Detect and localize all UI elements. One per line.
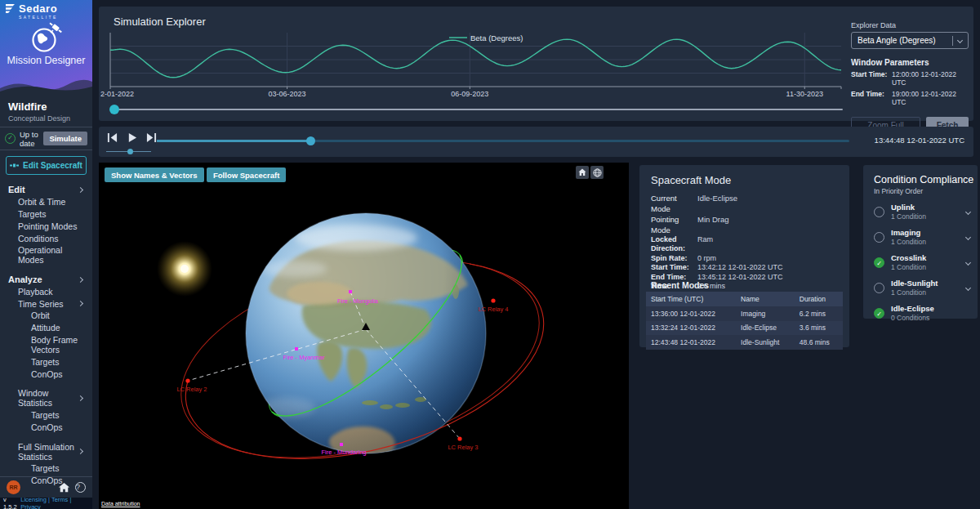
home-icon[interactable] — [59, 483, 69, 493]
playback-timeline[interactable] — [157, 140, 849, 142]
sidebar-item-label: Playback — [18, 287, 53, 297]
follow-spacecraft-button[interactable]: Follow Spacecraft — [207, 167, 286, 182]
show-names-vectors-button[interactable]: Show Names & Vectors — [105, 167, 204, 182]
chevron-down-icon[interactable] — [965, 284, 971, 290]
sidebar-item-conops[interactable]: ConOps — [0, 368, 92, 380]
sidebar-item-targets[interactable]: Targets — [0, 462, 92, 475]
playback-speed-slider[interactable] — [106, 149, 151, 155]
table-row[interactable]: 13:36:00 12-01-2022Imaging6.2 mins — [646, 306, 843, 321]
timeline-thumb[interactable] — [306, 136, 315, 145]
brand-header: Sedaro SATELLITE Mission Designer — [0, 0, 92, 95]
sidebar-item-body-frame-vectors[interactable]: Body Frame Vectors — [0, 334, 92, 356]
explorer-range-slider[interactable] — [110, 104, 843, 115]
sidebar-item-label: Edit — [8, 185, 25, 194]
sidebar-item-targets[interactable]: Targets — [0, 355, 92, 368]
select-separator — [952, 36, 953, 46]
sidebar-item-attitude[interactable]: Attitude — [0, 322, 92, 334]
beta-angle-chart[interactable]: 2-01-202203-06-202306-09-202311-30-2023B… — [110, 31, 843, 101]
empty-circle-icon[interactable] — [874, 207, 884, 217]
mode-detail-label: Current Mode — [651, 193, 697, 214]
check-circle-icon[interactable]: ✓ — [874, 308, 884, 319]
compliance-item-idle-eclipse[interactable]: ✓ Idle-Eclipse 0 Conditions — [874, 304, 970, 322]
compliance-item-name: Imaging — [891, 228, 960, 237]
play-button[interactable] — [126, 132, 138, 143]
skip-to-start-button[interactable] — [106, 132, 118, 143]
sidebar-item-pointing-modes[interactable]: Pointing Modes — [0, 220, 92, 232]
sidebar-item-label: Targets — [31, 357, 59, 367]
chevron-right-icon — [78, 449, 83, 454]
sidebar-item-operational-modes[interactable]: Operational Modes — [0, 244, 92, 266]
recent-modes-header: Duration — [795, 292, 843, 306]
speed-slider-thumb[interactable] — [127, 149, 133, 154]
edit-spacecraft-label: Edit Spacecraft — [23, 161, 82, 170]
terms-link[interactable]: Terms — [51, 496, 68, 503]
relay-satellite-label: LC Relay 4 — [478, 306, 508, 313]
slider-thumb[interactable] — [109, 105, 119, 114]
compliance-item-uplink[interactable]: Uplink 1 Condition — [874, 203, 970, 221]
compliance-item-count: 1 Condition — [891, 238, 960, 246]
compliance-item-imaging[interactable]: Imaging 1 Condition — [874, 228, 970, 246]
relay-satellite-label: LC Relay 2 — [176, 386, 207, 393]
mode-detail-row: Start Time:13:42:12 12-01-2022 UTC — [651, 263, 843, 272]
sidebar-item-conditions[interactable]: Conditions — [0, 232, 92, 244]
globe-view-icon[interactable] — [590, 166, 604, 179]
sidebar-item-label: Full Simulation Statistics — [18, 442, 78, 462]
table-row[interactable]: 13:32:24 12-01-2022Idle-Eclipse3.6 mins — [646, 321, 843, 336]
chevron-down-icon[interactable] — [965, 259, 971, 265]
main-content: Simulation Explorer 2-01-202203-06-20230… — [92, 0, 980, 509]
link-separator: | — [48, 496, 50, 503]
compliance-item-name: Uplink — [891, 203, 960, 212]
table-cell: 6.2 mins — [795, 306, 843, 321]
chevron-down-icon[interactable] — [965, 234, 971, 239]
mode-detail-row: Pointing ModeMin Drag — [651, 214, 843, 235]
edit-spacecraft-button[interactable]: Edit Spacecraft — [6, 156, 87, 175]
condition-compliance-title: Condition Compliance — [874, 174, 973, 185]
relay-satellite-marker — [457, 436, 461, 440]
sidebar-item-edit[interactable]: Edit — [0, 184, 92, 196]
compliance-item-crosslink[interactable]: ✓ Crosslink 1 Condition — [874, 253, 970, 271]
start-time-row: Start Time: 12:00:00 12-01-2022 UTC — [851, 70, 969, 87]
sidebar-item-label: Targets — [31, 410, 59, 420]
sidebar-item-playback[interactable]: Playback — [0, 285, 92, 297]
explorer-title: Simulation Explorer — [114, 16, 206, 28]
chevron-right-icon — [78, 277, 83, 283]
sidebar-item-orbit-time[interactable]: Orbit & Time — [0, 196, 92, 208]
sidebar-item-label: Body Frame Vectors — [31, 335, 84, 355]
help-icon[interactable]: ? — [75, 482, 86, 493]
licensing-link[interactable]: Licensing — [20, 496, 47, 503]
skip-to-end-button[interactable] — [145, 132, 158, 143]
check-circle-icon[interactable]: ✓ — [874, 257, 884, 268]
data-attribution-link[interactable]: Data attribution — [101, 501, 140, 507]
slider-track[interactable] — [110, 109, 843, 110]
explorer-data-select[interactable]: Beta Angle (Degrees) — [851, 32, 969, 49]
sidebar-item-conops[interactable]: ConOps — [0, 422, 92, 434]
home-view-icon[interactable] — [576, 166, 589, 179]
table-row[interactable]: 12:43:48 12-01-2022Idle-Sunlight48.6 min… — [646, 335, 843, 350]
sidebar-item-label: Conditions — [18, 234, 59, 243]
sidebar-item-orbit[interactable]: Orbit — [0, 310, 92, 322]
table-cell: 12:43:48 12-01-2022 — [646, 335, 736, 350]
table-cell: 3.6 mins — [795, 321, 843, 336]
simulation-explorer-panel: Simulation Explorer 2-01-202203-06-20230… — [99, 7, 973, 121]
empty-circle-icon[interactable] — [874, 232, 884, 243]
sidebar-item-label: Orbit & Time — [18, 197, 65, 207]
sidebar-item-time-series[interactable]: Time Series — [0, 297, 92, 310]
empty-circle-icon[interactable] — [874, 283, 884, 293]
sidebar-item-window-statistics[interactable]: Window Statistics — [0, 387, 92, 409]
compliance-item-idle-sunlight[interactable]: Idle-Sunlight 1 Condition — [874, 279, 970, 297]
compliance-item-count: 1 Condition — [891, 263, 960, 271]
sidebar-item-label: Window Statistics — [18, 388, 78, 408]
earth-3d-viewer[interactable]: Fire - MongoliaFire - MyanmarFire - Mund… — [99, 163, 629, 509]
fire-target-label: Fire - Mundaring — [321, 449, 366, 456]
sidebar-item-analyze[interactable]: Analyze — [0, 274, 92, 286]
chevron-down-icon[interactable] — [965, 208, 971, 214]
privacy-link[interactable]: Privacy — [20, 503, 41, 509]
beta-series-line — [110, 39, 841, 78]
sidebar-item-full-simulation-statistics[interactable]: Full Simulation Statistics — [0, 440, 92, 462]
brand-subtitle: SATELLITE — [19, 15, 58, 20]
sidebar-item-targets[interactable]: Targets — [0, 409, 92, 422]
avatar[interactable]: RR — [7, 480, 20, 494]
timeline-progress — [157, 140, 310, 142]
sidebar-item-targets[interactable]: Targets — [0, 208, 92, 221]
simulate-button[interactable]: Simulate — [43, 132, 87, 145]
